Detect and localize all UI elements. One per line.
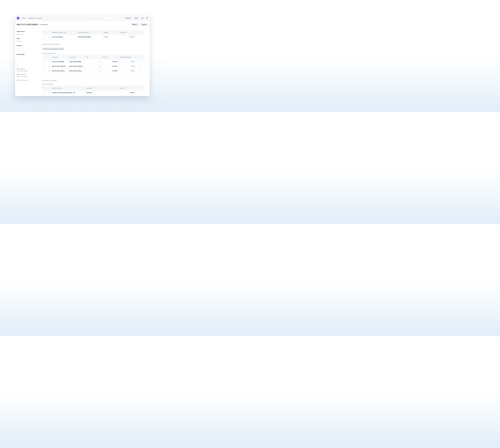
cell-amount[interactable]: ₹ 130.00: [101, 59, 119, 64]
cell-grand-total[interactable]: ₹ 384.00: [118, 35, 136, 39]
menu-button-label: Menu: [132, 24, 136, 25]
column-expense-account: Expense Account: [51, 86, 85, 90]
column-description: Description: [68, 55, 85, 59]
column-rownum: [46, 55, 51, 59]
cancel-button[interactable]: Cancel: [140, 23, 148, 26]
add-tag-link[interactable]: Add a tag ...: [16, 40, 37, 42]
column-actions: [136, 55, 144, 59]
table-header-row: Receipt Document Type Receipt Document S…: [42, 30, 144, 35]
cell-supplier[interactable]: FAANG: [102, 35, 118, 39]
cell-applicable-charges[interactable]: ₹ 8.75: [119, 64, 136, 69]
row-expand-button[interactable]: [136, 59, 144, 64]
cell-description[interactable]: handling: [85, 90, 119, 95]
cell-item-code[interactable]: Hide N Seek-CROLL...: [51, 69, 68, 73]
table-row: 1 Hide N Seek-BONB... Hide N Seek-BONB..…: [42, 59, 144, 64]
cell-description[interactable]: Hide N Seek-FAB-OGI: [68, 64, 85, 69]
row-checkbox[interactable]: [43, 70, 45, 72]
row-checkbox[interactable]: [43, 36, 45, 38]
cell-qty[interactable]: 6: [85, 69, 101, 73]
chevron-down-icon: [138, 18, 139, 18]
main-form-area: Receipt Document Type Receipt Document S…: [38, 28, 150, 96]
table-header-row: Expense Account Description Amount: [42, 86, 144, 90]
column-grand-total: Grand Total: [118, 30, 136, 35]
attachments-title: Attachments: [16, 31, 37, 32]
menu-button[interactable]: Menu: [131, 23, 139, 26]
next-document-button[interactable]: ›: [128, 24, 130, 26]
cell-applicable-charges[interactable]: ₹ 10.50: [119, 69, 136, 73]
row-expand-button[interactable]: [136, 64, 144, 69]
table-row: 3 Hide N Seek-CROLL... Hide N Seek-CROLL…: [42, 69, 144, 73]
column-qty: Qty: [85, 55, 101, 59]
row-checkbox[interactable]: [43, 61, 45, 63]
settings-label: Settings: [125, 17, 130, 19]
previous-document-button[interactable]: ‹: [126, 24, 128, 26]
breadcrumb-stock[interactable]: Stock: [22, 17, 26, 19]
add-share-button[interactable]: +: [16, 56, 20, 59]
help-label: Help: [135, 17, 138, 19]
column-receipt-document-type: Receipt Document Type: [51, 30, 77, 35]
attach-file-label: Attach File: [16, 33, 23, 35]
row-expand-button[interactable]: [136, 35, 144, 39]
help-menu[interactable]: Help: [135, 17, 139, 19]
row-number: 3: [46, 69, 51, 73]
cell-item-code[interactable]: Hide N Seek-FAB-OGI: [51, 64, 68, 69]
table-row: 1 Freight and Forwarding Charges - UP ha…: [42, 90, 144, 95]
select-all-checkbox[interactable]: [43, 87, 45, 89]
plus-icon: +: [23, 33, 24, 35]
cell-amount[interactable]: ₹ 110.00: [101, 64, 119, 69]
user-avatar[interactable]: P: [120, 17, 123, 20]
cell-receipt-document-type[interactable]: Purchase Receipt: [51, 35, 77, 39]
content: Attachments Attach File + Tags Add a tag…: [15, 28, 150, 96]
cell-qty[interactable]: 5: [85, 64, 101, 69]
status-badge: Submitted: [41, 24, 48, 25]
notifications-bell-icon[interactable]: [146, 17, 148, 19]
add-review-button[interactable]: +: [16, 48, 20, 51]
table-row: 2 Hide N Seek-FAB-OGI Hide N Seek-FAB-OG…: [42, 64, 144, 69]
attach-file-link[interactable]: Attach File +: [16, 33, 37, 35]
column-amount: Amount: [119, 86, 136, 90]
settings-menu[interactable]: Settings: [125, 17, 132, 19]
app-logo[interactable]: E: [17, 17, 19, 19]
reviews-title: Reviews: [16, 45, 37, 46]
purchase-receipts-table: Receipt Document Type Receipt Document S…: [42, 30, 144, 39]
chevron-down-icon: [139, 70, 141, 71]
cell-qty[interactable]: 5: [85, 59, 101, 64]
chevron-down-icon: [137, 24, 138, 25]
purchase-receipt-items-table: Item Code Description Qty Amount Applica…: [42, 55, 144, 73]
column-applicable-charges: Applicable Charges: [119, 55, 136, 59]
row-checkbox[interactable]: [43, 92, 45, 94]
cell-description[interactable]: Hide N Seek-CROLL...: [68, 69, 85, 73]
column-rownum: [46, 30, 51, 35]
chevron-down-icon: [139, 66, 141, 67]
cell-expense-account[interactable]: Freight and Forwarding Charges - UP: [51, 90, 85, 95]
tags-title: Tags: [16, 38, 37, 39]
cell-item-code[interactable]: Hide N Seek-BONB...: [51, 59, 68, 64]
column-actions: [136, 30, 144, 35]
search-input[interactable]: [82, 16, 117, 20]
row-expand-button[interactable]: [136, 69, 144, 73]
cell-amount[interactable]: ₹ 144.00: [101, 69, 119, 73]
like-heart-icon[interactable]: ♥: [16, 64, 37, 66]
table-header-row: Item Code Description Qty Amount Applica…: [42, 55, 144, 59]
chevron-right-icon: ›: [20, 17, 21, 19]
row-checkbox[interactable]: [43, 65, 45, 67]
app-window: E › Stock › Landed Cost Voucher P Settin…: [15, 16, 150, 96]
cell-receipt-document[interactable]: MAT-PRE-2019-00003: [77, 35, 102, 39]
breadcrumb-landed-cost-voucher[interactable]: Landed Cost Voucher: [28, 17, 42, 19]
cell-amount[interactable]: ₹ 28.00: [119, 90, 136, 95]
cell-applicable-charges[interactable]: ₹ 8.75: [119, 59, 136, 64]
row-expand-button[interactable]: [136, 90, 144, 95]
select-all-checkbox[interactable]: [43, 56, 45, 58]
row-number: 1: [46, 35, 51, 39]
global-search: [82, 16, 117, 20]
row-number: 2: [46, 64, 51, 69]
get-items-button[interactable]: Get Items From Purchase Receipts: [42, 47, 65, 51]
taxes-and-charges-label: Taxes and Charges: [42, 83, 144, 85]
status-dot-icon: [40, 24, 41, 25]
select-all-checkbox[interactable]: [43, 32, 45, 33]
chat-icon[interactable]: [142, 17, 144, 19]
column-description: Description: [85, 86, 119, 90]
column-item-code: Item Code: [51, 55, 68, 59]
cell-description[interactable]: Hide N Seek-BONB...: [68, 59, 85, 64]
notification-dot: [147, 17, 148, 17]
